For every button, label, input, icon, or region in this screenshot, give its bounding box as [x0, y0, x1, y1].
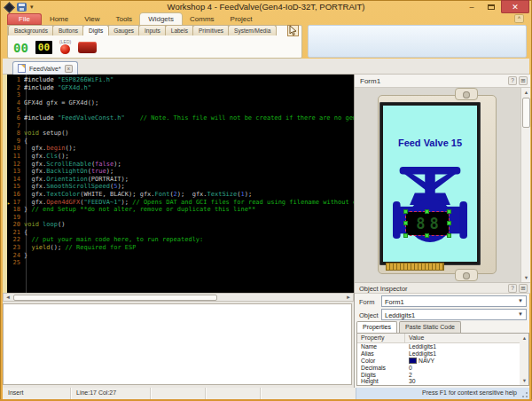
- scroll-left-icon[interactable]: ◄: [4, 294, 12, 301]
- document-tab[interactable]: FeedValve* x: [12, 61, 78, 75]
- designer-vscrollbar[interactable]: ▲ ▼: [520, 88, 530, 282]
- code-line[interactable]: 20void loop(): [7, 221, 354, 229]
- led-widget[interactable]: (LED): [59, 39, 71, 54]
- code-line[interactable]: 23 yield(); // Required for ESP: [7, 244, 354, 252]
- selection-handle[interactable]: [447, 209, 451, 214]
- code-line[interactable]: 7: [7, 122, 354, 130]
- table-row[interactable]: Decimals0: [357, 364, 526, 371]
- ribbon-collapse-icon[interactable]: ˄: [514, 14, 524, 23]
- led-digits-green-icon[interactable]: 00: [13, 41, 28, 55]
- table-row[interactable]: Height30: [357, 378, 526, 385]
- code-line[interactable]: 11 gfx.Cls();: [7, 153, 354, 161]
- code-line[interactable]: 4GFX4d gfx = GFX4d();: [7, 99, 354, 107]
- selection-handle[interactable]: [425, 209, 429, 214]
- code-line[interactable]: ▸17 gfx.Open4dGFX("FEEDVA~1"); // Opens …: [7, 199, 354, 207]
- code-editor[interactable]: 1#include "ESP8266WiFi.h"2#include "GFX4…: [3, 75, 354, 293]
- scroll-up-icon[interactable]: ▲: [521, 88, 530, 97]
- code-line[interactable]: 15 gfx.SmoothScrollSpeed(5);: [7, 183, 354, 191]
- expand-icon[interactable]: ⊞: [519, 76, 528, 85]
- code-line[interactable]: 21{: [7, 229, 354, 237]
- qat-dropdown-caret-icon[interactable]: ▾: [30, 3, 34, 12]
- code-line[interactable]: 19: [7, 214, 354, 222]
- button-widget-icon[interactable]: [78, 42, 97, 53]
- widget-tab-system-media[interactable]: System/Media: [228, 25, 277, 35]
- code-line[interactable]: 12 gfx.ScrollEnable(false);: [7, 161, 354, 169]
- led-caption: (LED): [59, 39, 71, 44]
- widget-tab-buttons[interactable]: Buttons: [52, 25, 84, 35]
- code-line[interactable]: 14 gfx.Orientation(PORTRAIT);: [7, 176, 354, 184]
- help-icon[interactable]: ?: [508, 76, 517, 85]
- code-line[interactable]: 5: [7, 106, 354, 114]
- widget-tab-primitives[interactable]: Primitives: [192, 25, 230, 35]
- widget-tab-inputs[interactable]: Inputs: [138, 25, 167, 35]
- cursor-tool-button[interactable]: [287, 25, 299, 36]
- selection-handle[interactable]: [403, 221, 408, 225]
- close-icon[interactable]: ✕: [501, 0, 529, 13]
- object-select[interactable]: Leddigits1 ▼: [381, 309, 527, 320]
- menu-home[interactable]: Home: [42, 13, 76, 25]
- selection-handle[interactable]: [403, 233, 408, 238]
- table-row[interactable]: NameLeddigits1: [357, 343, 526, 350]
- form-designer[interactable]: Feed Valve 15: [355, 88, 530, 282]
- line-number: 4: [7, 99, 24, 107]
- widget-tab-digits[interactable]: Digits: [82, 25, 109, 35]
- grid-vscrollbar[interactable]: ▲ ▼: [520, 333, 529, 386]
- inspector-tab-properties[interactable]: Properties: [356, 321, 397, 333]
- code-line[interactable]: 1#include "ESP8266WiFi.h": [7, 76, 354, 84]
- code-line[interactable]: 10 gfx.begin();: [7, 145, 354, 153]
- table-row[interactable]: AliasLeddigits1: [357, 350, 526, 358]
- menu-comms[interactable]: Comms: [182, 13, 223, 25]
- inspector-tab-paste-static-code[interactable]: Paste Static Code: [399, 321, 461, 333]
- widget-tab-labels[interactable]: Labels: [165, 25, 194, 35]
- table-row[interactable]: LeadingZeroYes: [357, 385, 526, 386]
- help-icon[interactable]: ?: [508, 284, 517, 293]
- property-grid-header: Property Value: [357, 334, 526, 343]
- scroll-right-icon[interactable]: ►: [344, 294, 353, 301]
- selection-handle[interactable]: [425, 233, 429, 238]
- menu-tools[interactable]: Tools: [107, 13, 140, 25]
- maximize-icon[interactable]: [481, 0, 501, 13]
- widget-tab-backgrounds[interactable]: Backgrounds: [8, 25, 54, 35]
- code-line[interactable]: 18} // end Setup **do not alter, remove …: [7, 206, 354, 214]
- code-line[interactable]: 3: [7, 91, 354, 99]
- code-line[interactable]: 24}: [7, 252, 354, 260]
- code-line[interactable]: 25: [7, 259, 354, 267]
- menu-project[interactable]: Project: [223, 13, 261, 25]
- scroll-down-icon[interactable]: ▼: [521, 273, 530, 282]
- menu-file[interactable]: File: [7, 13, 42, 25]
- led-digits-black-icon[interactable]: 00: [35, 41, 52, 54]
- code-line[interactable]: 8void setup(): [7, 130, 354, 138]
- scroll-up-icon[interactable]: ▲: [520, 334, 529, 342]
- scroll-down-icon[interactable]: ▼: [520, 376, 529, 385]
- vscroll-thumb[interactable]: [522, 98, 530, 128]
- save-icon[interactable]: [17, 3, 27, 12]
- code-line[interactable]: 6#include "FeedValveConst.h" // Note. Th…: [7, 114, 354, 122]
- property-value: Leddigits1: [405, 343, 526, 350]
- expand-icon[interactable]: ⊞: [519, 284, 528, 293]
- tab-close-icon[interactable]: x: [65, 65, 73, 73]
- chevron-down-icon[interactable]: ▼: [516, 311, 525, 318]
- widget-tab-gauges[interactable]: Gauges: [107, 25, 140, 35]
- selection-handle[interactable]: [447, 221, 451, 225]
- hscroll-thumb[interactable]: [13, 295, 217, 301]
- table-row[interactable]: Digits2: [357, 371, 526, 378]
- selection-handle[interactable]: [447, 233, 451, 238]
- display-screen[interactable]: Feed Valve 15: [383, 106, 477, 262]
- table-row[interactable]: ColorNAVY: [357, 358, 526, 365]
- code-line[interactable]: 2#include "GFX4d.h": [7, 84, 354, 92]
- selection-handle[interactable]: [403, 209, 408, 214]
- chevron-down-icon[interactable]: ▼: [516, 297, 525, 305]
- menu-view[interactable]: View: [76, 13, 107, 25]
- minimize-icon[interactable]: –: [462, 0, 481, 13]
- property-value: Yes: [405, 385, 526, 386]
- leddigits-widget-selected[interactable]: 88: [406, 212, 449, 235]
- code-line[interactable]: 9{: [7, 138, 354, 145]
- code-line[interactable]: 13 gfx.BacklightOn(true);: [7, 168, 354, 176]
- menu-widgets[interactable]: Widgets: [140, 13, 182, 25]
- form-select[interactable]: Form1 ▼: [381, 295, 527, 307]
- editor-hscrollbar[interactable]: ◄ ►: [3, 293, 354, 302]
- menu-bar: FileHomeViewToolsWidgetsCommsProject ˄: [3, 13, 529, 25]
- resize-grip-icon[interactable]: [520, 390, 528, 397]
- code-line[interactable]: 22 // put your main code here, to run re…: [7, 236, 354, 244]
- code-line[interactable]: 16 gfx.TextColor(WHITE, BLACK); gfx.Font…: [7, 191, 354, 199]
